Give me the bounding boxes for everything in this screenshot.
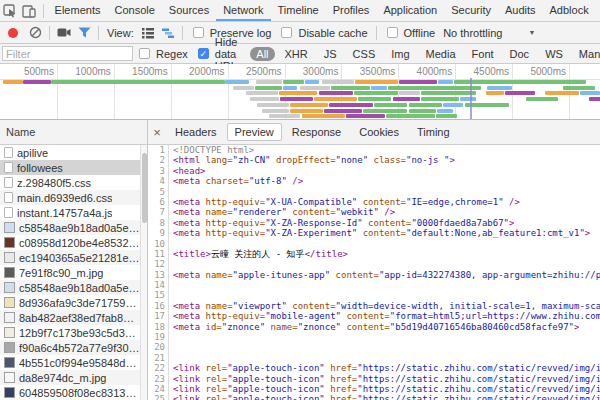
regex-checkbox[interactable] bbox=[139, 48, 150, 59]
tab-sources[interactable]: Sources bbox=[162, 0, 216, 21]
tab-audits[interactable]: Audits bbox=[498, 0, 543, 21]
filter-pill-img[interactable]: Img bbox=[385, 47, 415, 61]
request-row[interactable]: main.d6939ed6.css bbox=[0, 190, 140, 205]
code-text: <meta name="apple-itunes-app" content="a… bbox=[169, 270, 600, 280]
offline-checkbox[interactable] bbox=[387, 27, 398, 38]
filter-pill-ws[interactable]: WS bbox=[539, 47, 569, 61]
waterfall-bar bbox=[346, 114, 385, 118]
view-list-icon[interactable] bbox=[138, 23, 158, 43]
scrollbar-thumb[interactable] bbox=[142, 153, 147, 223]
code-line: 24<link rel="apple-touch-icon" href="htt… bbox=[148, 384, 600, 394]
inspect-element-icon[interactable] bbox=[0, 1, 19, 21]
details-tab-response[interactable]: Response bbox=[284, 123, 350, 141]
request-name: followees bbox=[17, 162, 63, 174]
filter-pill-js[interactable]: JS bbox=[318, 47, 343, 61]
code-text: <link rel="apple-touch-icon" href="https… bbox=[169, 363, 600, 373]
request-row[interactable]: 4b551c0f994e95848d0dda09... bbox=[0, 355, 140, 370]
line-number: 8 bbox=[148, 218, 169, 228]
request-row[interactable]: ec1940365a5e21281ee71856... bbox=[0, 250, 140, 265]
waterfall-bar bbox=[409, 109, 436, 113]
resource-type-filters: AllXHRJSCSSImgMediaFontDocWSManifestOthe… bbox=[248, 47, 600, 61]
hide-data-urls-checkbox[interactable]: ✓ bbox=[198, 48, 209, 59]
details-tab-preview[interactable]: Preview bbox=[227, 123, 282, 141]
request-row[interactable]: 7e91f8c90_m.jpg bbox=[0, 265, 140, 280]
network-overview[interactable]: 500ms1000ms1500ms2000ms2500ms3000ms3500m… bbox=[0, 64, 600, 120]
image-file-icon bbox=[4, 252, 15, 263]
filter-input[interactable] bbox=[2, 46, 133, 61]
waterfall-bar bbox=[421, 97, 459, 101]
regex-label[interactable]: Regex bbox=[156, 48, 188, 60]
request-row[interactable]: 8d936afa9c3de7175958fae5... bbox=[0, 295, 140, 310]
code-text: <meta http-equiv="X-ZA-Response-Id" cont… bbox=[169, 218, 514, 228]
tab-profiles[interactable]: Profiles bbox=[326, 0, 377, 21]
line-number: 9 bbox=[148, 228, 169, 238]
request-row[interactable]: c58548ae9b18ad0a5e79fe4e... bbox=[0, 220, 140, 235]
record-button[interactable] bbox=[8, 28, 18, 38]
toolbar-separator bbox=[43, 4, 44, 18]
request-row[interactable]: apilive bbox=[0, 145, 140, 160]
code-line: 22<link rel="apple-touch-icon" href="htt… bbox=[148, 363, 600, 373]
request-row[interactable]: followees bbox=[0, 160, 140, 175]
code-line: 1<!DOCTYPE html> bbox=[148, 145, 600, 155]
waterfall-bar bbox=[438, 80, 453, 84]
filter-pill-font[interactable]: Font bbox=[466, 47, 500, 61]
request-row[interactable]: f90a6c4b572a77e9f30de153... bbox=[0, 340, 140, 355]
request-row[interactable]: z.298480f5.css bbox=[0, 175, 140, 190]
line-number: 25 bbox=[148, 394, 169, 400]
code-line: 8<meta http-equiv="X-ZA-Response-Id" con… bbox=[148, 218, 600, 228]
image-file-icon bbox=[4, 312, 15, 323]
request-name: c58548ae9b18ad0a5e79fe4e... bbox=[19, 282, 140, 294]
request-row[interactable]: 12b9f7c173be93c5d35fea2d... bbox=[0, 325, 140, 340]
code-line: 20 bbox=[148, 342, 600, 352]
request-row[interactable]: c58548ae9b18ad0a5e79fe4e... bbox=[0, 280, 140, 295]
waterfall-bar bbox=[233, 86, 253, 90]
details-tab-cookies[interactable]: Cookies bbox=[351, 123, 407, 141]
tab-application[interactable]: Application bbox=[376, 0, 444, 21]
throttling-select[interactable]: No throttling bbox=[443, 27, 502, 39]
clear-icon[interactable] bbox=[25, 23, 45, 43]
request-row[interactable]: c08958d120be4e853230649... bbox=[0, 235, 140, 250]
chevron-down-icon[interactable]: ▼ bbox=[528, 29, 535, 36]
tab-timeline[interactable]: Timeline bbox=[271, 0, 326, 21]
name-column-header: Name bbox=[6, 126, 35, 138]
waterfall-bar bbox=[279, 91, 318, 95]
tab-adblock-plus[interactable]: Adblock Plus bbox=[543, 0, 600, 21]
preserve-log-checkbox[interactable] bbox=[193, 27, 204, 38]
request-name: apilive bbox=[17, 147, 48, 159]
view-waterfall-icon[interactable] bbox=[158, 23, 178, 43]
filter-pill-manifest[interactable]: Manifest bbox=[573, 47, 600, 61]
preview-code-view[interactable]: 1<!DOCTYPE html>2<html lang="zh-CN" drop… bbox=[148, 145, 600, 400]
filter-pill-all[interactable]: All bbox=[250, 47, 274, 61]
tab-elements[interactable]: Elements bbox=[48, 0, 108, 21]
request-name: ec1940365a5e21281ee71856... bbox=[19, 252, 140, 264]
request-row[interactable]: 8ab482aef38ed7fab8bd4314... bbox=[0, 310, 140, 325]
request-name: 4b551c0f994e95848d0dda09... bbox=[19, 357, 140, 369]
code-line: 14 bbox=[148, 280, 600, 290]
request-name: c58548ae9b18ad0a5e79fe4e... bbox=[19, 222, 140, 234]
tab-security[interactable]: Security bbox=[444, 0, 498, 21]
disable-cache-checkbox[interactable] bbox=[281, 27, 292, 38]
offline-label[interactable]: Offline bbox=[404, 27, 436, 39]
line-number: 2 bbox=[148, 155, 169, 165]
filter-pill-doc[interactable]: Doc bbox=[504, 47, 536, 61]
request-row[interactable]: 604859508f08ec8313572f0e7... bbox=[0, 385, 140, 400]
requests-scrollbar[interactable] bbox=[140, 145, 147, 400]
document-file-icon bbox=[4, 192, 13, 203]
details-tab-headers[interactable]: Headers bbox=[167, 123, 225, 141]
details-tab-timing[interactable]: Timing bbox=[409, 123, 458, 141]
waterfall-bar bbox=[487, 86, 512, 90]
filter-pill-xhr[interactable]: XHR bbox=[279, 47, 314, 61]
close-icon[interactable]: × bbox=[148, 125, 166, 140]
request-row[interactable]: instant.14757a4a.js bbox=[0, 205, 140, 220]
tab-console[interactable]: Console bbox=[107, 0, 161, 21]
waterfall-bar bbox=[563, 86, 595, 90]
filter-pill-media[interactable]: Media bbox=[420, 47, 462, 61]
disable-cache-label[interactable]: Disable cache bbox=[298, 27, 367, 39]
filter-pill-css[interactable]: CSS bbox=[347, 47, 382, 61]
filter-funnel-icon[interactable] bbox=[74, 23, 94, 43]
tab-network[interactable]: Network bbox=[216, 0, 270, 21]
line-number: 6 bbox=[148, 197, 169, 207]
capture-screenshots-icon[interactable] bbox=[54, 23, 74, 43]
request-row[interactable]: da8e974dc_m.jpg bbox=[0, 370, 140, 385]
device-toolbar-icon[interactable] bbox=[19, 1, 38, 21]
